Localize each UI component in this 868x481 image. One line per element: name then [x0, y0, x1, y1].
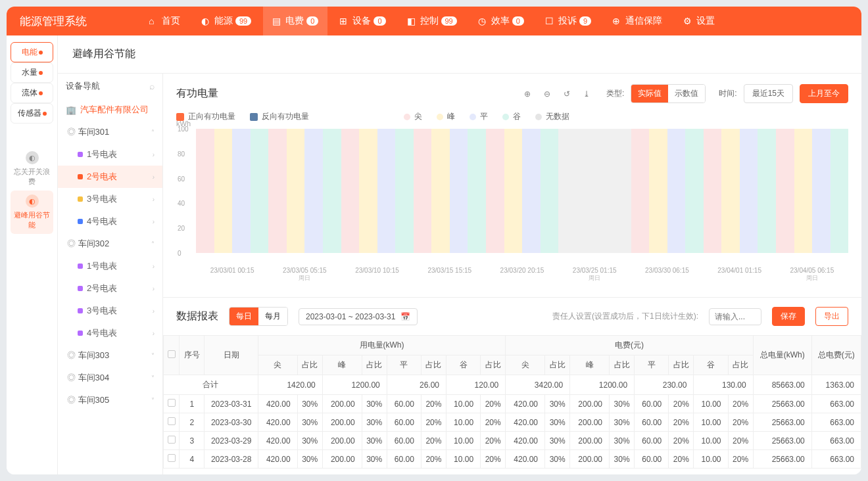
arrow-right-icon: › — [153, 218, 155, 225]
energy-icon: ◐ — [201, 16, 212, 26]
chevron-icon: ˅ — [151, 397, 155, 404]
arrow-right-icon: › — [153, 330, 155, 337]
rail-mini[interactable]: ◐避峰用谷节能 — [11, 191, 53, 234]
energy-chart: kWh 02040608010023/03/01 00:1523/03/05 0… — [196, 129, 848, 267]
rail-tab-电能[interactable]: 电能 — [11, 42, 53, 62]
nav-device[interactable]: ⊞设备0 — [330, 7, 395, 35]
nav-settings[interactable]: ⚙设置 — [674, 7, 724, 35]
table-row[interactable]: 12023-03-31420.0030%200.0030%60.0020%10.… — [164, 395, 861, 413]
rail-mini[interactable]: ◐忘关开关浪费 — [11, 147, 53, 191]
eff-icon: ◷ — [478, 16, 489, 26]
rail-tab-流体[interactable]: 流体 — [11, 83, 53, 103]
tree-company[interactable]: 🏢 汽车配件有限公司 — [58, 99, 162, 121]
location-icon: ◎ — [67, 239, 76, 248]
report-title: 数据报表 — [176, 309, 218, 323]
report-table: 序号 日期 用电量(kWh) 电费(元) 总电量(kWh) 总电费(元) 尖占比… — [163, 335, 861, 469]
type-segment[interactable]: 实际值 示数值 — [631, 84, 706, 103]
table-row[interactable]: 22023-03-30420.0030%200.0030%60.0020%10.… — [164, 413, 861, 432]
location-icon: ◎ — [67, 350, 76, 360]
table-row[interactable]: 32023-03-29420.0030%200.0030%60.0020%10.… — [164, 432, 861, 450]
export-button[interactable]: 导出 — [815, 307, 848, 326]
freq-segment[interactable]: 每日 每月 — [229, 307, 288, 326]
tree-node[interactable]: ◎ 车间301˄ — [58, 121, 162, 143]
bill-icon: ▤ — [272, 16, 283, 26]
location-icon: ◎ — [67, 395, 76, 405]
home-icon: ⌂ — [149, 16, 159, 26]
download-icon[interactable]: ⤓ — [580, 87, 593, 101]
search-icon[interactable]: ⌕ — [149, 81, 155, 91]
tree-leaf[interactable]: 1号电表› — [58, 255, 162, 277]
nav-control[interactable]: ◧控制99 — [398, 7, 466, 35]
location-icon: ◎ — [67, 127, 76, 137]
tree-header: 设备导航 — [66, 80, 100, 92]
page-title: 避峰用谷节能 — [58, 35, 861, 74]
zoom-out-icon[interactable]: ⊖ — [541, 87, 554, 101]
app-logo: 能源管理系统 — [20, 14, 87, 29]
nav-bill[interactable]: ▤电费0 — [263, 7, 327, 35]
row-checkbox[interactable] — [168, 399, 176, 407]
tree-leaf[interactable]: 4号电表› — [58, 322, 162, 344]
save-button[interactable]: 保存 — [772, 307, 805, 326]
range-button[interactable]: 上月至今 — [800, 84, 848, 103]
tree-leaf[interactable]: 1号电表› — [58, 143, 162, 166]
device-icon: ⊞ — [339, 16, 350, 26]
table-row[interactable]: 42023-03-28420.0030%200.0030%60.0020%10.… — [164, 450, 861, 469]
nav-eff[interactable]: ◷效率0 — [469, 7, 533, 35]
mini-icon: ◐ — [26, 151, 39, 164]
nav-comm[interactable]: ⊕通信保障 — [603, 7, 671, 35]
tree-leaf[interactable]: 4号电表› — [58, 210, 162, 233]
nav-energy[interactable]: ◐能源99 — [192, 7, 260, 35]
arrow-right-icon: › — [153, 151, 155, 158]
top-header: 能源管理系统 ⌂首页◐能源99▤电费0⊞设备0◧控制99◷效率0☐投诉9⊕通信保… — [7, 7, 861, 35]
arrow-right-icon: › — [153, 285, 155, 292]
building-icon: 🏢 — [66, 105, 76, 115]
row-checkbox[interactable] — [168, 436, 176, 444]
reset-icon[interactable]: ↺ — [560, 87, 573, 101]
location-icon: ◎ — [67, 373, 76, 382]
tree-leaf[interactable]: 2号电表› — [58, 277, 162, 300]
arrow-right-icon: › — [153, 308, 155, 315]
row-checkbox[interactable] — [168, 454, 176, 462]
time-label: 时间: — [719, 88, 736, 99]
rail-tab-传感器[interactable]: 传感器 — [11, 103, 53, 124]
tree-leaf[interactable]: 2号电表› — [58, 166, 162, 188]
owner-input[interactable] — [709, 308, 761, 325]
tree-leaf[interactable]: 3号电表› — [58, 188, 162, 210]
top-nav: ⌂首页◐能源99▤电费0⊞设备0◧控制99◷效率0☐投诉9⊕通信保障⚙设置 — [139, 7, 724, 35]
nav-complain[interactable]: ☐投诉9 — [536, 7, 600, 35]
complain-icon: ☐ — [545, 16, 556, 26]
rail-tab-水量[interactable]: 水量 — [11, 62, 53, 83]
mini-icon: ◐ — [26, 195, 39, 208]
arrow-right-icon: › — [153, 173, 155, 181]
tree-node[interactable]: ◎ 车间304˅ — [58, 367, 162, 389]
checkbox-all[interactable] — [168, 350, 176, 358]
tree-node[interactable]: ◎ 车间305˅ — [58, 389, 162, 411]
arrow-right-icon: › — [153, 263, 155, 270]
control-icon: ◧ — [407, 16, 418, 26]
type-label: 类型: — [606, 88, 624, 99]
arrow-right-icon: › — [153, 196, 155, 203]
tree-leaf[interactable]: 3号电表› — [58, 300, 162, 322]
chevron-icon: ˄ — [151, 129, 155, 136]
time-range-select[interactable]: 最近15天 — [744, 84, 793, 103]
comm-icon: ⊕ — [612, 16, 623, 26]
chevron-icon: ˅ — [151, 352, 155, 359]
device-tree: 设备导航 ⌕ 🏢 汽车配件有限公司 ◎ 车间301˄1号电表›2号电表›3号电表… — [58, 74, 163, 474]
calendar-icon: 📅 — [400, 312, 410, 321]
chevron-icon: ˄ — [151, 240, 155, 248]
nav-home[interactable]: ⌂首页 — [139, 7, 189, 35]
row-checkbox[interactable] — [168, 417, 176, 425]
zoom-in-icon[interactable]: ⊕ — [521, 87, 534, 101]
tree-node[interactable]: ◎ 车间303˅ — [58, 344, 162, 367]
date-range-input[interactable]: 2023-03-01 ~ 2023-03-31 📅 — [299, 308, 418, 325]
chart-title: 有功电量 — [176, 87, 218, 101]
chevron-icon: ˅ — [151, 375, 155, 382]
left-rail: 电能水量流体传感器 ◐忘关开关浪费◐避峰用谷节能 — [7, 35, 58, 474]
tree-node[interactable]: ◎ 车间302˄ — [58, 233, 162, 255]
settings-icon: ⚙ — [683, 16, 694, 26]
